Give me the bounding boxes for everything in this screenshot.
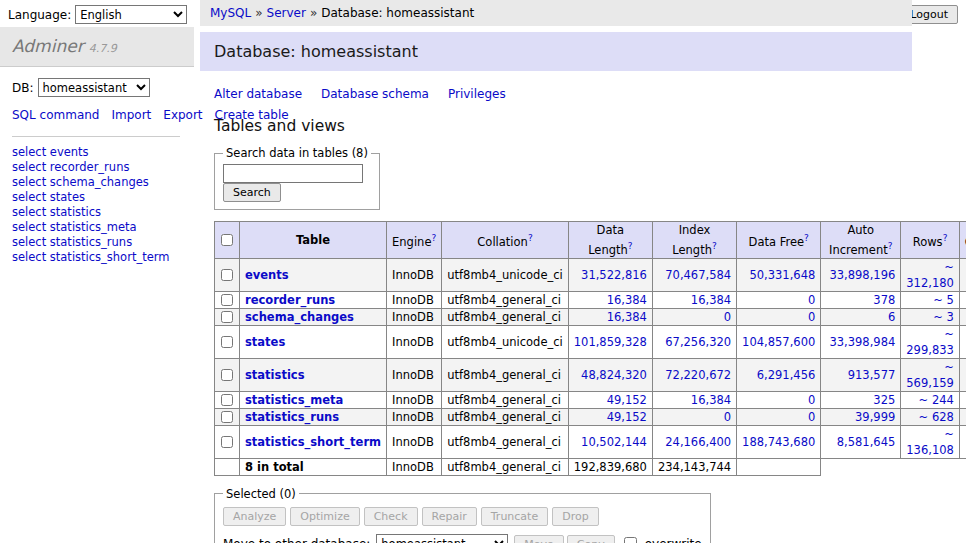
table-row-schema-changes: schema_changesInnoDButf8mb4_general_ci16… (215, 308, 966, 325)
search-button[interactable]: Search (223, 183, 281, 202)
drop-button[interactable]: Drop (552, 507, 598, 526)
index-length-link-recorder-runs[interactable]: 16,384 (691, 293, 731, 307)
row-checkbox-statistics-runs[interactable] (221, 411, 233, 423)
database-schema-link[interactable]: Database schema (321, 87, 429, 101)
data-free-link-statistics-meta[interactable]: 0 (808, 393, 815, 407)
search-input[interactable] (223, 164, 363, 183)
db-select[interactable]: homeassistant (38, 78, 150, 97)
auto-increment-link-statistics[interactable]: 913,577 (848, 368, 896, 382)
data-length-link-statistics[interactable]: 48,824,320 (581, 368, 647, 382)
optimize-button[interactable]: Optimize (290, 507, 359, 526)
auto-increment-link-events[interactable]: 33,898,196 (829, 268, 895, 282)
auto-increment-link-statistics-runs[interactable]: 39,999 (855, 410, 895, 424)
table-link-recorder-runs[interactable]: recorder_runs (245, 293, 335, 307)
breadcrumb-server-link[interactable]: Server (267, 6, 306, 20)
data-length-link-states[interactable]: 101,859,328 (574, 335, 647, 349)
rows-link-schema-changes[interactable]: ~ 3 (933, 310, 954, 324)
rows-link-statistics[interactable]: ~ 569,159 (906, 360, 954, 390)
data-length-link-events[interactable]: 31,522,816 (581, 268, 647, 282)
auto-increment-link-statistics-meta[interactable]: 325 (873, 393, 895, 407)
language-select[interactable]: English (75, 5, 187, 24)
breadcrumb-mysql-link[interactable]: MySQL (210, 6, 251, 20)
rows-link-states[interactable]: ~ 299,833 (906, 327, 954, 357)
sidebar-link-sql-command[interactable]: SQL command (12, 108, 99, 122)
auto-increment-link-schema-changes[interactable]: 6 (888, 310, 895, 324)
row-checkbox-recorder-runs[interactable] (221, 294, 233, 306)
row-checkbox-statistics-meta[interactable] (221, 394, 233, 406)
data-free-link-statistics-runs[interactable]: 0 (808, 410, 815, 424)
table-link-events[interactable]: events (245, 268, 289, 282)
index-length-link-states[interactable]: 67,256,320 (665, 335, 731, 349)
overwrite-label[interactable]: overwrite (645, 537, 702, 543)
auto-increment-link-recorder-runs[interactable]: 378 (873, 293, 895, 307)
data-length-link-recorder-runs[interactable]: 16,384 (607, 293, 647, 307)
sidebar-select-statistics[interactable]: select statistics (12, 205, 182, 219)
data-length-link-statistics-meta[interactable]: 49,152 (607, 393, 647, 407)
rows-link-statistics-short-term[interactable]: ~ 136,108 (906, 427, 954, 457)
move-button[interactable]: Move (514, 535, 564, 543)
sidebar-select-recorder-runs[interactable]: select recorder_runs (12, 160, 182, 174)
rows-link-recorder-runs[interactable]: ~ 5 (933, 293, 954, 307)
rows-link-events[interactable]: ~ 312,180 (906, 260, 954, 290)
data-free-link-events[interactable]: 50,331,648 (749, 268, 815, 282)
copy-button[interactable]: Copy (567, 535, 615, 543)
table-link-statistics[interactable]: statistics (245, 368, 305, 382)
table-link-schema-changes[interactable]: schema_changes (245, 310, 354, 324)
help-link-collation[interactable]: ? (528, 233, 533, 243)
help-link-data-length[interactable]: ? (628, 241, 633, 251)
move-db-select[interactable]: homeassistant (376, 534, 508, 543)
index-length-link-events[interactable]: 70,467,584 (665, 268, 731, 282)
data-length-link-statistics-short-term[interactable]: 10,502,144 (581, 435, 647, 449)
sidebar-select-states[interactable]: select states (12, 190, 182, 204)
table-link-statistics-short-term[interactable]: statistics_short_term (245, 435, 381, 449)
check-button[interactable]: Check (364, 507, 418, 526)
help-link-data-free[interactable]: ? (804, 233, 809, 243)
breadcrumb-current: Database: homeassistant (321, 6, 474, 20)
table-link-statistics-runs[interactable]: statistics_runs (245, 410, 339, 424)
repair-button[interactable]: Repair (422, 507, 477, 526)
index-length-link-statistics-short-term[interactable]: 24,166,400 (665, 435, 731, 449)
overwrite-checkbox[interactable] (624, 537, 637, 543)
table-total-row: 8 in total InnoDB utf8mb4_general_ci 192… (215, 458, 966, 475)
index-length-link-statistics[interactable]: 72,220,672 (665, 368, 731, 382)
alter-database-link[interactable]: Alter database (214, 87, 302, 101)
data-free-link-states[interactable]: 104,857,600 (742, 335, 815, 349)
index-length-link-statistics-runs[interactable]: 0 (724, 410, 731, 424)
row-checkbox-events[interactable] (221, 269, 233, 281)
help-link-auto-increment[interactable]: ? (888, 241, 893, 251)
rows-link-statistics-meta[interactable]: ~ 244 (919, 393, 954, 407)
data-free-link-statistics-short-term[interactable]: 188,743,680 (742, 435, 815, 449)
sidebar-link-import[interactable]: Import (111, 108, 151, 122)
rows-link-statistics-runs[interactable]: ~ 628 (919, 410, 954, 424)
data-free-link-schema-changes[interactable]: 0 (808, 310, 815, 324)
row-checkbox-schema-changes[interactable] (221, 311, 233, 323)
row-checkbox-statistics-short-term[interactable] (221, 436, 233, 448)
data-length-link-statistics-runs[interactable]: 49,152 (607, 410, 647, 424)
row-checkbox-states[interactable] (221, 336, 233, 348)
sidebar-select-statistics-runs[interactable]: select statistics_runs (12, 235, 182, 249)
data-free-link-recorder-runs[interactable]: 0 (808, 293, 815, 307)
table-name-cell: states (240, 325, 387, 358)
help-link-engine[interactable]: ? (431, 233, 436, 243)
data-free-link-statistics[interactable]: 6,291,456 (757, 368, 816, 382)
sidebar-link-export[interactable]: Export (163, 108, 202, 122)
privileges-link[interactable]: Privileges (448, 87, 506, 101)
sidebar-select-statistics-short-term[interactable]: select statistics_short_term (12, 250, 182, 264)
sidebar-select-events[interactable]: select events (12, 145, 182, 159)
data-length-link-schema-changes[interactable]: 16,384 (607, 310, 647, 324)
help-link-rows[interactable]: ? (943, 233, 948, 243)
table-link-states[interactable]: states (245, 335, 285, 349)
auto-increment-cell: 33,398,984 (821, 325, 901, 358)
auto-increment-link-states[interactable]: 33,398,984 (829, 335, 895, 349)
truncate-button[interactable]: Truncate (481, 507, 548, 526)
auto-increment-link-statistics-short-term[interactable]: 8,581,645 (837, 435, 896, 449)
help-link-index-length[interactable]: ? (712, 241, 717, 251)
sidebar-select-schema-changes[interactable]: select schema_changes (12, 175, 182, 189)
select-all-checkbox[interactable] (221, 234, 233, 246)
index-length-link-schema-changes[interactable]: 0 (724, 310, 731, 324)
row-checkbox-statistics[interactable] (221, 369, 233, 381)
index-length-link-statistics-meta[interactable]: 16,384 (691, 393, 731, 407)
sidebar-select-statistics-meta[interactable]: select statistics_meta (12, 220, 182, 234)
analyze-button[interactable]: Analyze (223, 507, 286, 526)
table-link-statistics-meta[interactable]: statistics_meta (245, 393, 343, 407)
